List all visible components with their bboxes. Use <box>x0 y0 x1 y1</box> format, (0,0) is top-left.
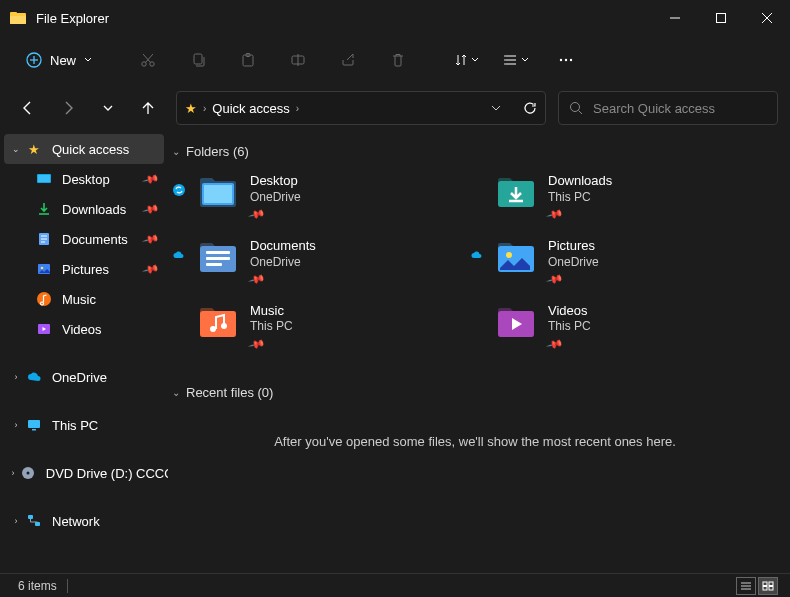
command-bar: New <box>0 36 790 84</box>
chevron-down-icon[interactable]: ⌄ <box>10 144 22 154</box>
copy-button[interactable] <box>178 42 218 78</box>
downloads-icon <box>36 201 52 217</box>
forward-button[interactable] <box>52 92 84 124</box>
svg-point-29 <box>571 103 580 112</box>
folder-item[interactable]: DesktopOneDrive📌 <box>192 169 470 226</box>
scissors-icon <box>140 52 156 68</box>
view-button[interactable] <box>496 42 536 78</box>
svg-line-19 <box>347 54 353 60</box>
sync-status-icon <box>172 183 186 197</box>
folder-item[interactable]: PicturesOneDrive📌 <box>490 234 768 291</box>
svg-rect-42 <box>28 420 40 428</box>
navigation-pane: ⌄ ★ Quick access Desktop 📌 Downloads 📌 D… <box>0 132 168 573</box>
pin-icon: 📌 <box>545 270 563 288</box>
folder-icon <box>494 238 538 278</box>
sidebar-item-desktop[interactable]: Desktop 📌 <box>0 164 168 194</box>
sidebar-label: Desktop <box>62 172 110 187</box>
cut-button[interactable] <box>128 42 168 78</box>
rename-button[interactable] <box>278 42 318 78</box>
svg-rect-66 <box>763 582 767 586</box>
sort-button[interactable] <box>446 42 486 78</box>
new-button[interactable]: New <box>14 46 104 74</box>
sidebar-dvd[interactable]: › DVD Drive (D:) CCCOMA_X64FRE_EN-US <box>0 458 168 488</box>
music-icon <box>36 291 52 307</box>
pin-icon: 📌 <box>142 200 161 218</box>
folder-location: This PC <box>548 190 612 206</box>
sidebar-thispc[interactable]: › This PC <box>0 410 168 440</box>
svg-rect-2 <box>10 16 26 24</box>
address-dropdown[interactable] <box>491 103 501 113</box>
address-bar[interactable]: ★ › Quick access › <box>176 91 546 125</box>
more-button[interactable] <box>546 42 586 78</box>
svg-point-26 <box>560 59 562 61</box>
svg-point-48 <box>173 184 185 196</box>
folder-item[interactable]: MusicThis PC📌 <box>192 299 470 356</box>
paste-button[interactable] <box>228 42 268 78</box>
search-icon <box>569 101 583 115</box>
svg-point-39 <box>41 267 44 270</box>
sidebar-item-videos[interactable]: Videos <box>0 314 168 344</box>
videos-icon <box>36 321 52 337</box>
sidebar-onedrive[interactable]: › OneDrive <box>0 362 168 392</box>
breadcrumb[interactable]: Quick access <box>212 101 289 116</box>
up-button[interactable] <box>132 92 164 124</box>
empty-message: After you've opened some files, we'll sh… <box>168 410 782 473</box>
folder-location: This PC <box>250 319 293 335</box>
sidebar-label: OneDrive <box>52 370 107 385</box>
recent-dropdown[interactable] <box>92 92 124 124</box>
minimize-button[interactable] <box>652 0 698 36</box>
tiles-view-button[interactable] <box>758 577 778 595</box>
folder-item[interactable]: DocumentsOneDrive📌 <box>192 234 470 291</box>
delete-button[interactable] <box>378 42 418 78</box>
divider <box>67 579 68 593</box>
svg-point-27 <box>565 59 567 61</box>
sidebar-item-downloads[interactable]: Downloads 📌 <box>0 194 168 224</box>
search-box[interactable] <box>558 91 778 125</box>
maximize-button[interactable] <box>698 0 744 36</box>
folder-name: Music <box>250 303 293 320</box>
back-button[interactable] <box>12 92 44 124</box>
folder-item[interactable]: DownloadsThis PC📌 <box>490 169 768 226</box>
sidebar-network[interactable]: › Network <box>0 506 168 536</box>
chevron-down-icon <box>521 56 529 64</box>
ellipsis-icon <box>558 52 574 68</box>
refresh-button[interactable] <box>523 101 537 115</box>
cloud-status-icon <box>470 248 484 262</box>
close-button[interactable] <box>744 0 790 36</box>
folder-item[interactable]: VideosThis PC📌 <box>490 299 768 356</box>
chevron-down-icon: ⌄ <box>172 146 180 157</box>
sidebar-item-music[interactable]: Music <box>0 284 168 314</box>
svg-rect-69 <box>769 586 773 590</box>
sidebar-label: DVD Drive (D:) CCCOMA_X64FRE_EN-US <box>46 466 168 481</box>
chevron-right-icon[interactable]: › <box>10 516 22 526</box>
sidebar-item-documents[interactable]: Documents 📌 <box>0 224 168 254</box>
pin-icon: 📌 <box>545 335 563 353</box>
folder-name: Pictures <box>548 238 599 255</box>
window-title: File Explorer <box>36 11 652 26</box>
sidebar-label: This PC <box>52 418 98 433</box>
folder-location: OneDrive <box>250 255 316 271</box>
network-icon <box>26 513 42 529</box>
folder-name: Desktop <box>250 173 301 190</box>
star-icon: ★ <box>185 101 197 116</box>
window-controls <box>652 0 790 36</box>
details-view-button[interactable] <box>736 577 756 595</box>
share-button[interactable] <box>328 42 368 78</box>
sidebar-item-pictures[interactable]: Pictures 📌 <box>0 254 168 284</box>
sidebar-label: Pictures <box>62 262 109 277</box>
svg-rect-14 <box>194 54 202 64</box>
folders-section-header[interactable]: ⌄ Folders (6) <box>168 140 782 169</box>
search-input[interactable] <box>593 101 767 116</box>
svg-point-58 <box>506 252 512 258</box>
chevron-right-icon[interactable]: › <box>10 372 22 382</box>
chevron-right-icon[interactable]: › <box>10 420 22 430</box>
folder-icon <box>196 173 240 213</box>
sidebar-label: Documents <box>62 232 128 247</box>
pin-icon: 📌 <box>247 205 265 223</box>
title-bar: File Explorer <box>0 0 790 36</box>
pin-icon: 📌 <box>545 205 563 223</box>
sidebar-quick-access[interactable]: ⌄ ★ Quick access <box>4 134 164 164</box>
recent-section-header[interactable]: ⌄ Recent files (0) <box>168 381 782 410</box>
chevron-right-icon[interactable]: › <box>10 468 16 478</box>
svg-rect-4 <box>717 14 726 23</box>
